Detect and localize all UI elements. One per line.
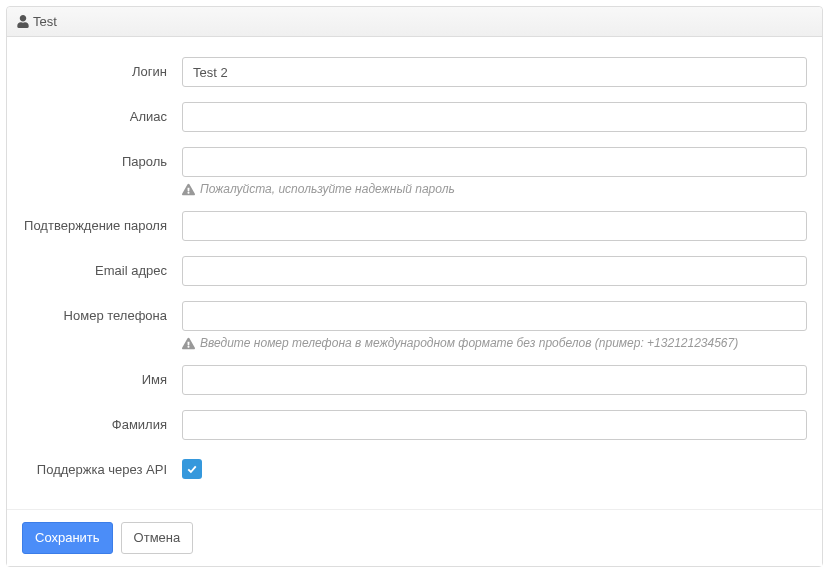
label-lastname: Фамилия [22, 410, 182, 432]
email-field[interactable] [182, 256, 807, 286]
row-alias: Алиас [22, 102, 807, 132]
login-field[interactable] [182, 57, 807, 87]
save-button[interactable]: Сохранить [22, 522, 113, 554]
password-confirm-field[interactable] [182, 211, 807, 241]
api-support-checkbox[interactable] [182, 459, 202, 479]
phone-field[interactable] [182, 301, 807, 331]
warning-icon [182, 337, 195, 350]
row-api-support: Поддержка через API [22, 455, 807, 479]
phone-help-text: Введите номер телефона в международном ф… [200, 336, 738, 350]
password-help-text: Пожалуйста, используйте надежный пароль [200, 182, 455, 196]
user-form-panel: Test Логин Алиас Пароль Пожалуйста, испо… [6, 6, 823, 567]
label-firstname: Имя [22, 365, 182, 387]
firstname-field[interactable] [182, 365, 807, 395]
row-lastname: Фамилия [22, 410, 807, 440]
check-icon [186, 463, 198, 475]
label-api-support: Поддержка через API [22, 455, 182, 477]
label-password-confirm: Подтверждение пароля [22, 211, 182, 233]
panel-body: Логин Алиас Пароль Пожалуйста, используй… [7, 37, 822, 509]
row-password-confirm: Подтверждение пароля [22, 211, 807, 241]
label-alias: Алиас [22, 102, 182, 124]
label-email: Email адрес [22, 256, 182, 278]
user-icon [17, 15, 29, 28]
panel-title: Test [33, 14, 57, 29]
password-field[interactable] [182, 147, 807, 177]
lastname-field[interactable] [182, 410, 807, 440]
phone-help: Введите номер телефона в международном ф… [182, 336, 807, 350]
label-phone: Номер телефона [22, 301, 182, 323]
row-email: Email адрес [22, 256, 807, 286]
cancel-button[interactable]: Отмена [121, 522, 194, 554]
panel-heading: Test [7, 7, 822, 37]
password-help: Пожалуйста, используйте надежный пароль [182, 182, 807, 196]
label-password: Пароль [22, 147, 182, 169]
row-password: Пароль Пожалуйста, используйте надежный … [22, 147, 807, 196]
row-login: Логин [22, 57, 807, 87]
warning-icon [182, 183, 195, 196]
panel-footer: Сохранить Отмена [7, 509, 822, 566]
label-login: Логин [22, 57, 182, 79]
row-phone: Номер телефона Введите номер телефона в … [22, 301, 807, 350]
alias-field[interactable] [182, 102, 807, 132]
row-firstname: Имя [22, 365, 807, 395]
